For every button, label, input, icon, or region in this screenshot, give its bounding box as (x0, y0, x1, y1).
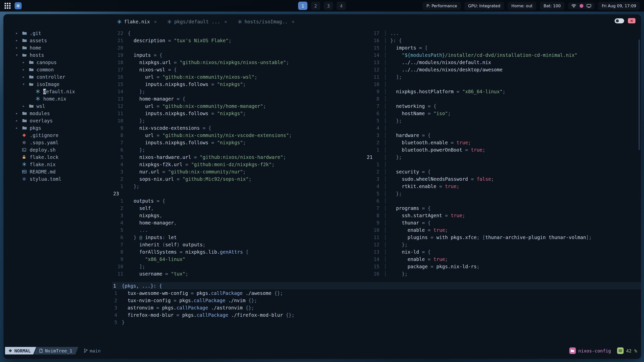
tree-item-default.nix[interactable]: default.nix (4, 88, 114, 95)
chevron-right-icon[interactable]: ▸ (16, 125, 22, 130)
code-line[interactable]: 8 url = "github:nix-community/nix-vscode… (112, 131, 366, 139)
code-line[interactable]: 10 }; (112, 117, 366, 124)
code-line[interactable]: 6│ (366, 197, 641, 204)
code-line[interactable]: 10│ (366, 80, 641, 88)
code-line[interactable]: 4 nixpkgs-f2k.url = "github:moni-dz/nixp… (112, 161, 366, 168)
code-line[interactable]: 14 }; (112, 88, 366, 95)
code-line[interactable]: 17 nixos-wsl = { (112, 66, 366, 73)
code-line[interactable]: 17│... (366, 29, 641, 37)
tree-item-.gitignore[interactable]: .gitignore (4, 131, 114, 139)
code-line[interactable]: 2│ security = { (366, 168, 641, 175)
code-line[interactable]: 9│ nixpkgs.hostPlatform = "x86_64-linux"… (366, 88, 641, 95)
tab-flake.nix[interactable]: flake.nix× (117, 19, 157, 24)
code-line[interactable]: 7│ networking = { (366, 102, 641, 110)
chevron-right-icon[interactable]: ▸ (16, 31, 22, 35)
workspace-button-2[interactable]: 2 (311, 2, 320, 10)
code-line[interactable]: 19 inputs = { (112, 51, 366, 59)
code-line[interactable]: 4 home-manager, (112, 219, 366, 226)
code-line[interactable]: 2│ bluetooth.enable = true; (366, 139, 641, 146)
code-line[interactable]: 15│ imports = [ (366, 44, 641, 51)
code-line[interactable]: 13│ ../../modules/nixos/default.nix (366, 59, 641, 66)
code-line[interactable]: 4│ rtkit.enable = true; (366, 183, 641, 190)
code-line[interactable]: 3 nixpkgs, (112, 212, 366, 219)
code-line[interactable]: 21 description = "tux's NixOS Flake"; (112, 37, 366, 44)
tab-pkgs-default-...[interactable]: pkgs/default ...× (167, 19, 227, 24)
code-line[interactable]: 3│ sudo.wheelNeedsPassword = false; (366, 175, 641, 183)
code-line[interactable]: 2 tux-nvim-config = pkgs.callPackage ./n… (112, 297, 641, 304)
code-line[interactable]: 13 home-manager = { (112, 95, 366, 102)
chevron-right-icon[interactable]: ▸ (22, 104, 29, 108)
tab-hosts-isoImag..[interactable]: hosts/isoImag..× (238, 19, 295, 24)
tree-item-.sops.yaml[interactable]: .sops.yaml (4, 139, 114, 146)
code-line[interactable]: 5 nixos-hardware.url = "github:nixos/nix… (112, 153, 366, 161)
tree-item-isoImage[interactable]: ▾isoImage (4, 80, 114, 88)
tree-item-controller[interactable]: ▸controller (4, 73, 114, 80)
code-line[interactable]: 21│ }; (366, 153, 641, 161)
code-line[interactable]: 1│ (366, 161, 641, 168)
tree-item-.git[interactable]: ▸.git (4, 29, 114, 37)
tree-item-canopus[interactable]: ▸canopus (4, 59, 114, 66)
tree-item-modules[interactable]: ▸modules (4, 110, 114, 117)
code-line[interactable]: 7 inherit (self) outputs; (112, 241, 366, 248)
chevron-down-icon[interactable]: ▾ (16, 53, 22, 57)
code-line[interactable]: 11 username = "tux"; (112, 270, 366, 277)
code-line[interactable]: 16 url = "github:nix-community/nixos-wsl… (112, 73, 366, 80)
tree-item-stylua.toml[interactable]: stylua.toml (4, 175, 114, 183)
code-line[interactable]: 7│ programs = { (366, 204, 641, 212)
tree-item-flake.lock[interactable]: flake.lock (4, 153, 114, 161)
code-line[interactable]: 12│ }; (366, 241, 641, 248)
code-line[interactable]: 6 }; (112, 146, 366, 153)
code-line[interactable]: 3│ hardware = { (366, 131, 641, 139)
code-line[interactable]: 3 nur.url = "github:nix-community/nur"; (112, 168, 366, 175)
tree-item-overlays[interactable]: ▸overlays (4, 117, 114, 124)
code-line[interactable]: 6│ hostName = "iso"; (366, 110, 641, 117)
workspace-button-3[interactable]: 3 (324, 2, 333, 10)
tab-close-icon[interactable]: × (292, 19, 294, 24)
code-line[interactable]: 16│ }; (366, 270, 641, 277)
tree-item-assets[interactable]: ▸assets (4, 37, 114, 44)
code-line[interactable]: 11│ ]; (366, 73, 641, 80)
code-line[interactable]: 10│ enable = true; (366, 226, 641, 234)
code-line[interactable]: 4│ (366, 124, 641, 131)
code-line[interactable]: 5│ }; (366, 117, 641, 124)
code-line[interactable]: 8 forAllSystems = nixpkgs.lib.genAttrs [ (112, 248, 366, 255)
code-line[interactable]: 13│ nix-ld = { (366, 248, 641, 255)
code-line[interactable]: 9│ thunar = { (366, 219, 641, 226)
chevron-right-icon[interactable]: ▸ (16, 111, 22, 116)
code-line[interactable]: 2 self, (112, 204, 366, 212)
code-line[interactable]: 9 nix-vscode-extensions = { (112, 124, 366, 131)
code-line[interactable]: 3 astronvim = pkgs.callPackage ./astronv… (112, 304, 641, 311)
chevron-right-icon[interactable]: ▸ (16, 38, 22, 43)
code-line[interactable]: 4 firefox-mod-blur = pkgs.callPackage ./… (112, 311, 641, 319)
chevron-right-icon[interactable]: ▸ (22, 74, 29, 79)
window-close-button[interactable]: × (628, 18, 635, 23)
app-launcher-icon[interactable] (4, 2, 11, 9)
code-line[interactable]: 1{pkgs, ...}: { (112, 282, 641, 289)
tab-close-icon[interactable]: × (224, 19, 227, 24)
code-line[interactable]: 22{ (112, 29, 366, 37)
nix-badge-icon[interactable] (15, 2, 22, 9)
chevron-right-icon[interactable]: ▸ (16, 45, 22, 50)
chevron-down-icon[interactable]: ▾ (22, 82, 29, 86)
code-line[interactable]: 18 nixpkgs.url = "github:nixos/nixpkgs/n… (112, 59, 366, 66)
code-line[interactable]: 1 outputs = { (112, 197, 366, 204)
code-line[interactable]: 12│ ../../modules/nixos/desktop/awesome (366, 66, 641, 73)
tree-item-flake.nix[interactable]: flake.nix (4, 161, 114, 168)
code-line[interactable]: 11│ plugins = with pkgs.xfce; [thunar-ar… (366, 234, 641, 241)
editor-pane-pkgs[interactable]: 1{pkgs, ...}: {1 tux-awesome-wm-config =… (112, 282, 641, 326)
workspace-button-4[interactable]: 4 (337, 2, 346, 10)
chevron-right-icon[interactable]: ▸ (22, 67, 29, 72)
tree-item-hosts[interactable]: ▾hosts (4, 51, 114, 59)
code-line[interactable]: 11 inputs.nixpkgs.follows = "nixpkgs"; (112, 110, 366, 117)
code-line[interactable]: 10 ]; (112, 263, 366, 270)
code-line[interactable]: 15│ package = pkgs.nix-ld-rs; (366, 263, 641, 270)
chevron-right-icon[interactable]: ▸ (22, 60, 29, 65)
code-line[interactable]: 23 (112, 190, 366, 197)
tree-item-deploy.sh[interactable]: deploy.sh (4, 146, 114, 153)
code-line[interactable]: 12 url = "github:nix-community/home-mana… (112, 102, 366, 110)
code-line[interactable]: 5} (112, 319, 641, 326)
code-line[interactable]: 14│ enable = true; (366, 255, 641, 263)
code-line[interactable]: 8│ ssh.startAgent = true; (366, 212, 641, 219)
code-line[interactable]: 1 }; (112, 183, 366, 190)
workspace-button-1[interactable]: 1 (298, 2, 307, 10)
